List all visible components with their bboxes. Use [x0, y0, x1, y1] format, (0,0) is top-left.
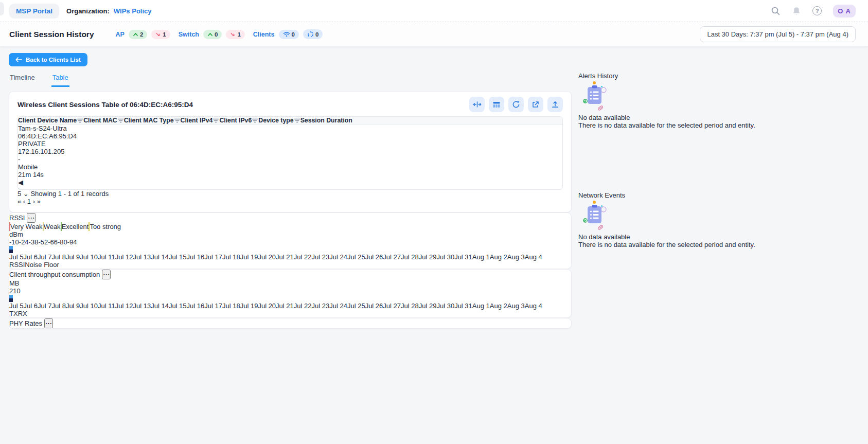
phy-rates-menu-button[interactable]: ⋯ [44, 318, 53, 328]
throughput-menu-button[interactable]: ⋯ [102, 270, 111, 279]
ellipsis-icon: ⋯ [45, 319, 52, 327]
x-tick-label: Aug 4 [525, 253, 542, 261]
x-tick-label: Jul 5 [9, 253, 23, 261]
band-legend-too-strong: Too strong [88, 222, 121, 231]
table-row[interactable]: Tam-s-S24-Ultra06:4D:EC:A6:95:D4PRIVATE1… [18, 125, 562, 179]
filter-icon[interactable] [174, 118, 181, 123]
switch-up-chip[interactable]: 0 [203, 30, 222, 39]
current-page-button[interactable]: 1 [27, 198, 31, 205]
tab-timeline[interactable]: Timeline [9, 73, 36, 87]
date-range-picker[interactable]: Last 30 Days: 7:37 pm (Jul 5) - 7:37 pm … [700, 26, 856, 42]
sidebar-toggle[interactable] [0, 2, 4, 15]
x-tick-label: Jul 7 [38, 253, 51, 261]
last-page-button[interactable]: » [37, 198, 41, 205]
x-tick-label: Aug 3 [507, 302, 525, 310]
ap-down-chip[interactable]: 1 [151, 30, 170, 39]
scroll-left-icon[interactable]: ◀ [18, 179, 23, 186]
page-size-select[interactable]: 5 ⌄ [17, 190, 30, 198]
clients-wifi-chip[interactable]: 0 [279, 30, 299, 39]
refresh-button[interactable] [508, 97, 524, 112]
tab-table[interactable]: Table [51, 73, 69, 87]
y-tick-label: 0 [16, 287, 20, 295]
chevron-down-icon: ⌄ [23, 190, 29, 198]
scroll-right-icon[interactable]: ▶ [18, 186, 23, 190]
x-tick-label: Jul 17 [204, 253, 222, 261]
y-tick-label: -94 [67, 238, 77, 246]
help-glyph: ? [816, 8, 819, 14]
rssi-card: RSSI ⋯ Very WeakWeakExcellentToo strong … [9, 212, 572, 269]
x-tick-label: Jul 28 [401, 253, 419, 261]
filter-icon[interactable] [252, 118, 258, 123]
clients-mesh-chip[interactable]: 0 [303, 29, 323, 39]
cell-device-type: Mobile [18, 163, 562, 171]
filter-icon[interactable] [294, 118, 300, 123]
x-tick-label: Jul 22 [294, 253, 312, 261]
legend-rx: RX [18, 310, 27, 317]
avatar[interactable]: O A [833, 5, 856, 17]
next-page-button[interactable]: › [33, 198, 35, 205]
search-icon[interactable] [771, 6, 781, 16]
rssi-y-axis-label: dBm [9, 230, 23, 238]
x-tick-label: Jul 15 [169, 302, 187, 310]
x-tick-label: Jul 21 [276, 253, 294, 261]
y-tick-label: -66 [48, 238, 58, 246]
x-tick-label: Jul 20 [258, 302, 276, 310]
x-tick-label: Jul 13 [133, 302, 151, 310]
ap-label[interactable]: AP [116, 31, 125, 38]
notification-bell-icon[interactable] [792, 6, 801, 16]
panel-title: Network Events [578, 191, 857, 199]
organization-label: Organization: [66, 7, 110, 15]
fit-width-button[interactable] [469, 97, 485, 112]
open-in-new-button[interactable] [528, 97, 543, 112]
filter-icon[interactable] [77, 118, 83, 123]
x-tick-label: Jul 6 [23, 253, 37, 261]
columns-button[interactable] [489, 97, 504, 112]
band-legend-weak: Weak [43, 222, 61, 231]
y-tick-label: -80 [58, 238, 67, 246]
prev-page-button[interactable]: ‹ [23, 198, 25, 205]
view-tabs: Timeline Table [9, 73, 572, 87]
x-tick-label: Jul 11 [98, 253, 115, 261]
x-tick-label: Jul 31 [454, 302, 472, 310]
rx-point[interactable] [9, 298, 13, 302]
x-tick-label: Jul 18 [222, 302, 240, 310]
switch-label[interactable]: Switch [179, 31, 199, 38]
x-tick-label: Jul 12 [115, 302, 133, 310]
column-header-device-type: Device type [258, 117, 300, 124]
x-tick-label: Jul 16 [187, 253, 205, 261]
column-header-client-ipv6: Client IPv6 [219, 117, 258, 124]
rssi-menu-button[interactable]: ⋯ [27, 213, 36, 223]
phy-rates-title: PHY Rates [9, 319, 42, 327]
back-to-clients-button[interactable]: Back to Clients List [9, 53, 87, 66]
help-icon[interactable]: ? [812, 6, 822, 15]
ellipsis-icon: ⋯ [103, 271, 110, 278]
x-tick-label: Jul 25 [347, 302, 365, 310]
column-header-client-ipv4: Client IPv4 [181, 117, 220, 124]
horizontal-scrollbar[interactable]: ◀ ▶ [18, 179, 562, 190]
records-summary: Showing 1 - 1 of 1 records [30, 190, 109, 198]
y-tick-label: -38 [29, 238, 39, 246]
phy-rates-card: PHY Rates ⋯ [9, 318, 572, 329]
panel-network-events: Network Events No dat [578, 191, 857, 300]
tx-point[interactable] [9, 295, 13, 298]
switch-down-chip[interactable]: 1 [226, 30, 244, 39]
first-page-button[interactable]: « [17, 198, 21, 205]
ap-up-chip[interactable]: 2 [129, 30, 147, 39]
x-tick-label: Jul 10 [80, 253, 98, 261]
filter-icon[interactable] [117, 118, 124, 123]
x-tick-label: Jul 12 [115, 253, 133, 261]
msp-portal-button[interactable]: MSP Portal [9, 4, 59, 19]
clients-label[interactable]: Clients [253, 31, 275, 38]
noise-floor-point[interactable] [9, 250, 13, 253]
cell-client-ipv6: - [18, 155, 562, 163]
x-tick-label: Jul 7 [38, 302, 51, 310]
x-tick-label: Jul 14 [151, 302, 169, 310]
sessions-table: Client Device NameClient MACClient MAC T… [17, 116, 563, 190]
x-tick-label: Jul 16 [187, 302, 205, 310]
rssi-point[interactable] [9, 246, 13, 250]
x-tick-label: Jul 20 [258, 253, 276, 261]
filter-icon[interactable] [212, 118, 219, 123]
pagination: 5 ⌄ Showing 1 - 1 of 1 records « ‹ 1 › » [17, 190, 563, 205]
export-button[interactable] [547, 97, 563, 112]
organization-link[interactable]: WIPs Policy [114, 7, 152, 15]
